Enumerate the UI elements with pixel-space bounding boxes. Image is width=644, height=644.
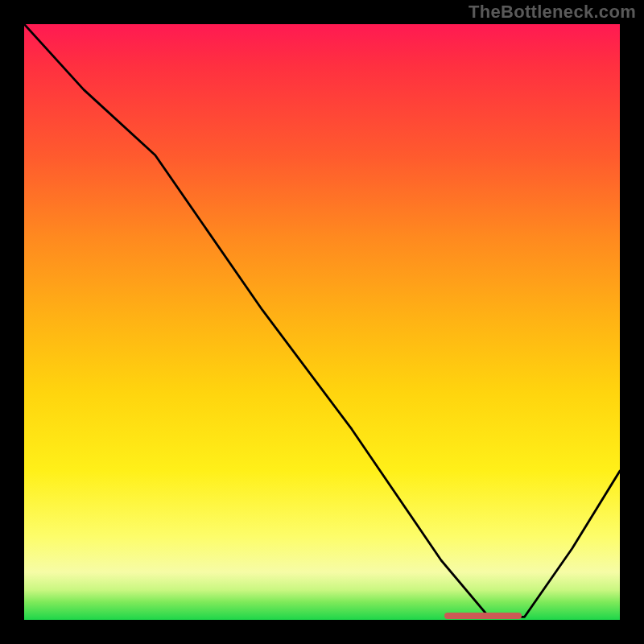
- curve-line: [24, 24, 620, 620]
- watermark-text: TheBottleneck.com: [469, 2, 636, 23]
- chart-plot-area: [24, 24, 620, 620]
- optimal-range-marker: [444, 613, 522, 619]
